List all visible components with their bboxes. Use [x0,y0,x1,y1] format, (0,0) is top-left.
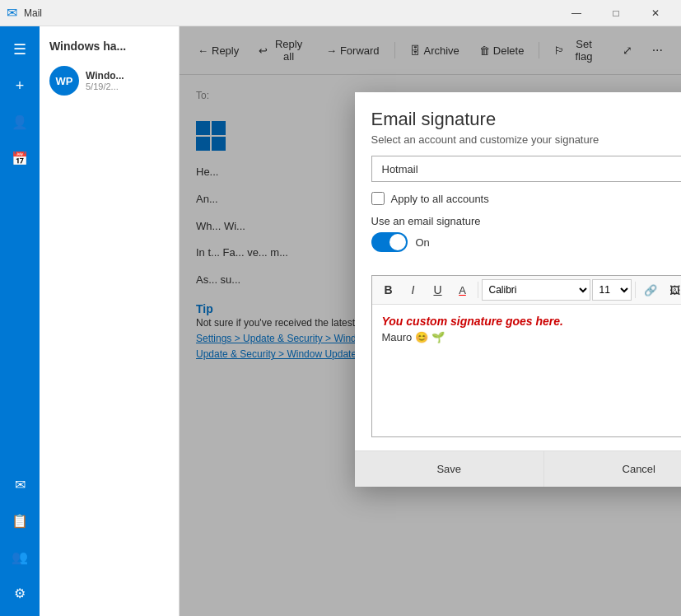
dialog-footer: Save Cancel [355,450,682,487]
mail-list-item[interactable]: WP Windo... 5/19/2... [40,59,179,102]
dialog-title: Email signature [355,92,682,133]
main-content: ← Reply ↩ Reply all → Forward 🗄 Archive … [180,26,681,616]
font-family-select[interactable]: Calibri Arial Times New Roman [482,279,590,301]
app-icon: ✉ [7,5,17,21]
app-title: Mail [24,7,42,19]
save-button[interactable]: Save [355,450,544,487]
apply-all-checkbox[interactable] [371,192,385,205]
rte-separator-2 [635,282,636,298]
use-signature-row: Use an email signature On [371,215,682,252]
sidebar-new-button[interactable]: + [3,69,36,102]
sidebar-item-calendar[interactable]: 📅 [3,142,36,175]
close-button[interactable]: ✕ [637,0,674,26]
sidebar-item-mail[interactable]: ✉ [3,468,36,501]
image-button[interactable]: 🖼 [664,279,682,301]
font-color-button[interactable]: A [451,279,474,301]
toggle-row: On [371,232,682,252]
sidebar-hamburger[interactable]: ☰ [3,33,36,66]
signature-editor: B I U A Calibri Arial Times New Roman 11… [371,275,682,437]
account-select[interactable]: Hotmail Outlook Gmail [371,156,682,182]
apply-all-row: Apply to all accounts [371,192,682,205]
sidebar-item-tasks[interactable]: 📋 [3,504,36,537]
apply-all-label: Apply to all accounts [391,193,489,205]
dialog-subtitle: Select an account and customize your sig… [355,133,682,156]
font-size-select[interactable]: 11 8 12 [592,279,632,301]
mail-item-date: 5/19/2... [86,82,169,91]
toggle-state-label: On [416,236,430,249]
image-icon: 🖼 [669,284,680,296]
app-container: ☰ + 👤 📅 ✉ 📋 👥 ⚙ Windows ha... WP Windo..… [0,26,681,616]
mail-item-text: Windo... 5/19/2... [86,70,169,91]
signature-toggle[interactable] [371,232,408,252]
underline-button[interactable]: U [427,279,450,301]
title-bar: ✉ Mail — □ ✕ [0,0,681,26]
link-button[interactable]: 🔗 [639,279,662,301]
sidebar-bottom: ✉ 📋 👥 ⚙ [3,468,36,616]
bold-button[interactable]: B [377,279,400,301]
mail-item-from: Windo... [86,70,169,82]
mail-pane-header: Windows ha... [40,33,179,59]
sidebar-item-contacts[interactable]: 👥 [3,540,36,573]
window-controls: — □ ✕ [557,0,674,26]
cancel-button[interactable]: Cancel [543,450,681,487]
italic-button[interactable]: I [402,279,425,301]
title-bar-left: ✉ Mail [7,5,42,21]
rte-body[interactable]: You custom signature goes here. Mauro 😊 … [372,305,682,436]
rte-toolbar: B I U A Calibri Arial Times New Roman 11… [372,276,682,305]
avatar: WP [49,66,79,96]
dialog-body: Hotmail Outlook Gmail Apply to all accou… [355,156,682,275]
use-signature-label: Use an email signature [371,215,682,227]
toggle-knob [389,234,406,250]
email-signature-dialog: Email signature Select an account and cu… [355,92,682,487]
signature-name: Mauro 😊 🌱 [382,331,682,343]
signature-custom-text: You custom signature goes here. [382,315,682,328]
sidebar-item-settings[interactable]: ⚙ [3,576,36,609]
sidebar-item-people[interactable]: 👤 [3,105,36,138]
minimize-button[interactable]: — [557,0,595,26]
link-icon: 🔗 [644,284,657,296]
maximize-button[interactable]: □ [597,0,635,26]
icon-sidebar: ☰ + 👤 📅 ✉ 📋 👥 ⚙ [0,26,40,616]
mail-list-pane: Windows ha... WP Windo... 5/19/2... [40,26,180,616]
rte-separator-1 [478,282,478,298]
font-color-icon: A [459,284,466,296]
